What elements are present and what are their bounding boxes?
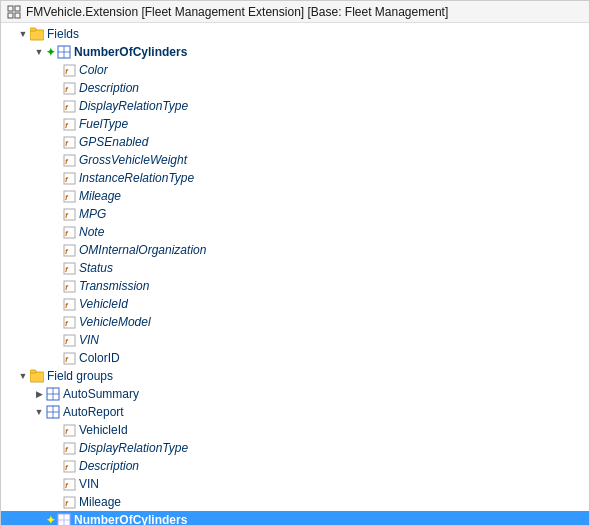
svg-rect-43 bbox=[30, 372, 44, 382]
tree-item-display-relation-type-2[interactable]: f DisplayRelationType bbox=[1, 439, 589, 457]
mpg-label: MPG bbox=[79, 207, 106, 221]
fuel-type-label: FuelType bbox=[79, 117, 128, 131]
vin-1-label: VIN bbox=[79, 333, 99, 347]
tree-item-vehicle-id-1[interactable]: f VehicleId bbox=[1, 295, 589, 313]
tree-item-auto-report[interactable]: ▼ AutoReport bbox=[1, 403, 589, 421]
field-icon-om-internal-org: f bbox=[62, 243, 76, 257]
transmission-label: Transmission bbox=[79, 279, 149, 293]
expand-auto-report[interactable]: ▼ bbox=[33, 406, 45, 418]
field-icon-transmission: f bbox=[62, 279, 76, 293]
gps-enabled-label: GPSEnabled bbox=[79, 135, 148, 149]
field-icon-vin-1: f bbox=[62, 333, 76, 347]
main-panel: FMVehicle.Extension [Fleet Management Ex… bbox=[0, 0, 590, 526]
vin-2-label: VIN bbox=[79, 477, 99, 491]
svg-rect-3 bbox=[15, 13, 20, 18]
svg-rect-44 bbox=[30, 370, 36, 373]
color-id-label: ColorID bbox=[79, 351, 120, 365]
tree-item-instance-relation-type[interactable]: f InstanceRelationType bbox=[1, 169, 589, 187]
field-icon-vin-2: f bbox=[62, 477, 76, 491]
field-icon-vehicle-model: f bbox=[62, 315, 76, 329]
vehicle-id-1-label: VehicleId bbox=[79, 297, 128, 311]
tree-item-mileage-2[interactable]: f Mileage bbox=[1, 493, 589, 511]
display-relation-type-2-label: DisplayRelationType bbox=[79, 441, 188, 455]
status-label: Status bbox=[79, 261, 113, 275]
tree-item-status[interactable]: f Status bbox=[1, 259, 589, 277]
note-label: Note bbox=[79, 225, 104, 239]
display-relation-type-label: DisplayRelationType bbox=[79, 99, 188, 113]
description-label: Description bbox=[79, 81, 139, 95]
entity-icon-auto-summary bbox=[46, 387, 60, 401]
fields-label: Fields bbox=[47, 27, 79, 41]
tree-item-om-internal-organization[interactable]: f OMInternalOrganization bbox=[1, 241, 589, 259]
grid-icon bbox=[7, 5, 21, 19]
field-icon-status: f bbox=[62, 261, 76, 275]
auto-summary-label: AutoSummary bbox=[63, 387, 139, 401]
description-2-label: Description bbox=[79, 459, 139, 473]
tree-item-vin-2[interactable]: f VIN bbox=[1, 475, 589, 493]
tree-item-gps-enabled[interactable]: f GPSEnabled bbox=[1, 133, 589, 151]
auto-report-label: AutoReport bbox=[63, 405, 124, 419]
tree-item-description-2[interactable]: f Description bbox=[1, 457, 589, 475]
mileage-1-label: Mileage bbox=[79, 189, 121, 203]
number-of-cylinders-label: NumberOfCylinders bbox=[74, 45, 187, 59]
tree-view: ▼ Fields ▼ ✦ NumberOfCylind bbox=[1, 23, 589, 526]
svg-rect-5 bbox=[30, 28, 36, 31]
tree-item-mileage-1[interactable]: f Mileage bbox=[1, 187, 589, 205]
field-icon-vehicle-id-1: f bbox=[62, 297, 76, 311]
tree-item-fuel-type[interactable]: f FuelType bbox=[1, 115, 589, 133]
svg-rect-2 bbox=[8, 13, 13, 18]
expand-auto-summary[interactable]: ▶ bbox=[33, 388, 45, 400]
vehicle-id-2-label: VehicleId bbox=[79, 423, 128, 437]
field-icon-vehicle-id-2: f bbox=[62, 423, 76, 437]
fields-folder-icon bbox=[30, 27, 44, 41]
field-icon-instance-relation-type: f bbox=[62, 171, 76, 185]
tree-item-transmission[interactable]: f Transmission bbox=[1, 277, 589, 295]
tree-item-note[interactable]: f Note bbox=[1, 223, 589, 241]
number-of-cylinders-2-label: NumberOfCylinders bbox=[74, 513, 187, 526]
field-icon-color: f bbox=[62, 63, 76, 77]
expand-fields[interactable]: ▼ bbox=[17, 28, 29, 40]
tree-item-display-relation-type[interactable]: f DisplayRelationType bbox=[1, 97, 589, 115]
expand-field-groups[interactable]: ▼ bbox=[17, 370, 29, 382]
tree-item-color[interactable]: f Color bbox=[1, 61, 589, 79]
expand-number-of-cylinders[interactable]: ▼ bbox=[33, 46, 45, 58]
header-title: FMVehicle.Extension [Fleet Management Ex… bbox=[26, 5, 448, 19]
tree-item-vin-1[interactable]: f VIN bbox=[1, 331, 589, 349]
entity-icon-noc bbox=[57, 45, 71, 59]
field-icon-mpg: f bbox=[62, 207, 76, 221]
star-icon-noc2: ✦ bbox=[46, 514, 55, 527]
svg-rect-1 bbox=[15, 6, 20, 11]
field-icon-gps-enabled: f bbox=[62, 135, 76, 149]
color-label: Color bbox=[79, 63, 108, 77]
tree-item-field-groups[interactable]: ▼ Field groups bbox=[1, 367, 589, 385]
header-bar: FMVehicle.Extension [Fleet Management Ex… bbox=[1, 1, 589, 23]
entity-icon-auto-report bbox=[46, 405, 60, 419]
tree-item-number-of-cylinders[interactable]: ▼ ✦ NumberOfCylinders bbox=[1, 43, 589, 61]
mileage-2-label: Mileage bbox=[79, 495, 121, 509]
field-groups-folder-icon bbox=[30, 369, 44, 383]
field-icon-note: f bbox=[62, 225, 76, 239]
field-icon-display-relation-type: f bbox=[62, 99, 76, 113]
field-icon-display-relation-type-2: f bbox=[62, 441, 76, 455]
tree-item-description[interactable]: f Description bbox=[1, 79, 589, 97]
entity-icon-noc2 bbox=[57, 513, 71, 526]
tree-item-number-of-cylinders-2[interactable]: ✦ NumberOfCylinders bbox=[1, 511, 589, 526]
tree-item-color-id[interactable]: f ColorID bbox=[1, 349, 589, 367]
gross-vehicle-weight-label: GrossVehicleWeight bbox=[79, 153, 187, 167]
field-icon-description-2: f bbox=[62, 459, 76, 473]
tree-item-mpg[interactable]: f MPG bbox=[1, 205, 589, 223]
tree-item-vehicle-model[interactable]: f VehicleModel bbox=[1, 313, 589, 331]
tree-item-vehicle-id-2[interactable]: f VehicleId bbox=[1, 421, 589, 439]
field-icon-mileage-2: f bbox=[62, 495, 76, 509]
tree-item-gross-vehicle-weight[interactable]: f GrossVehicleWeight bbox=[1, 151, 589, 169]
field-icon-mileage-1: f bbox=[62, 189, 76, 203]
field-icon-color-id: f bbox=[62, 351, 76, 365]
vehicle-model-label: VehicleModel bbox=[79, 315, 151, 329]
svg-rect-4 bbox=[30, 30, 44, 40]
om-internal-org-label: OMInternalOrganization bbox=[79, 243, 206, 257]
field-icon-gross-vehicle-weight: f bbox=[62, 153, 76, 167]
tree-item-auto-summary[interactable]: ▶ AutoSummary bbox=[1, 385, 589, 403]
field-groups-label: Field groups bbox=[47, 369, 113, 383]
star-icon-noc: ✦ bbox=[46, 46, 55, 59]
tree-item-fields[interactable]: ▼ Fields bbox=[1, 25, 589, 43]
